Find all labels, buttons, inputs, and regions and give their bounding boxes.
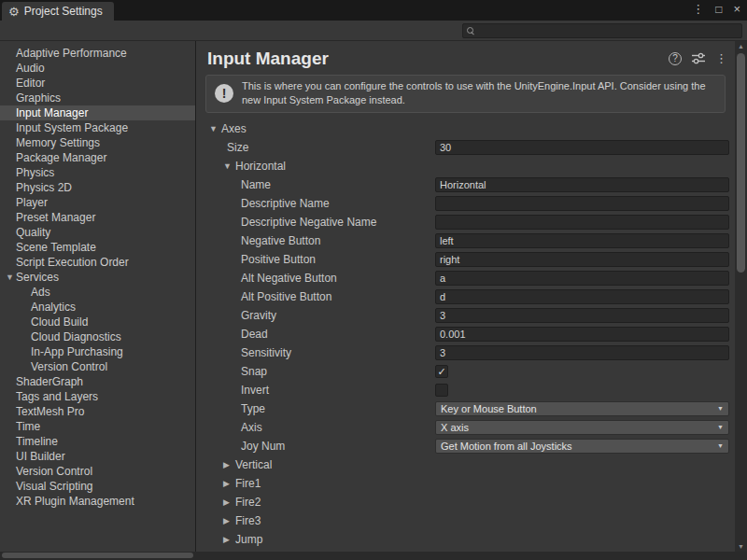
dropdown[interactable]: Key or Mouse Button▼ <box>435 401 729 416</box>
sidebar-item[interactable]: Tags and Layers <box>0 389 195 404</box>
checkbox[interactable]: ✓ <box>435 365 448 378</box>
property-row: ▶Fire2 <box>209 493 735 511</box>
foldout-closed-icon[interactable]: ▶ <box>223 479 235 488</box>
property-label: Name <box>209 178 435 191</box>
sidebar-item[interactable]: Version Control <box>0 359 195 374</box>
close-icon[interactable]: × <box>733 3 740 16</box>
sidebar-item-label: Player <box>16 196 48 209</box>
foldout-open-icon[interactable]: ▼ <box>4 273 16 282</box>
search-input[interactable] <box>478 25 738 36</box>
sidebar-item[interactable]: TextMesh Pro <box>0 404 195 419</box>
sidebar-item[interactable]: UI Builder <box>0 449 195 464</box>
sidebar-item[interactable]: Audio <box>0 61 195 76</box>
property-field <box>435 327 729 342</box>
sidebar-item[interactable]: Cloud Diagnostics <box>0 329 195 344</box>
sidebar-item[interactable]: ▼Services <box>0 270 195 285</box>
foldout-closed-icon[interactable]: ▶ <box>223 460 235 469</box>
dropdown-value: Get Motion from all Joysticks <box>441 441 572 452</box>
property-label: Alt Positive Button <box>209 290 435 303</box>
sidebar-item[interactable]: Cloud Build <box>0 315 195 329</box>
sidebar-item[interactable]: Physics 2D <box>0 180 195 195</box>
horizontal-scrollbar[interactable] <box>0 552 747 560</box>
text-field[interactable] <box>435 327 729 342</box>
sidebar-item[interactable]: Time <box>0 419 195 434</box>
sidebar-item[interactable]: Version Control <box>0 464 195 479</box>
window-menu-icon[interactable]: ⋮ <box>692 3 704 16</box>
foldout-open-icon[interactable]: ▼ <box>223 161 235 171</box>
sidebar-item[interactable]: XR Plugin Management <box>0 494 195 509</box>
sidebar-item-label: Time <box>16 420 40 433</box>
checkbox[interactable] <box>435 384 448 397</box>
sidebar-item[interactable]: Player <box>0 195 195 210</box>
text-field[interactable] <box>435 215 729 230</box>
property-label-text: Sensitivity <box>241 346 291 359</box>
scroll-down-icon[interactable]: ▼ <box>735 543 747 550</box>
dropdown[interactable]: Get Motion from all Joysticks▼ <box>435 439 729 454</box>
maximize-icon[interactable]: □ <box>715 3 722 16</box>
sidebar-item[interactable]: Memory Settings <box>0 135 195 150</box>
property-label: Gravity <box>209 309 435 322</box>
help-icon[interactable]: ? <box>669 52 682 65</box>
property-row: Size <box>209 138 735 157</box>
sidebar-item[interactable]: Timeline <box>0 434 195 449</box>
sidebar-item-label: Memory Settings <box>16 136 100 149</box>
property-row: Snap✓ <box>209 362 735 381</box>
text-field[interactable] <box>435 233 729 248</box>
property-field <box>435 177 729 192</box>
panel-menu-icon[interactable]: ⋮ <box>715 51 727 65</box>
vertical-scrollbar[interactable]: ▲ ▼ <box>735 41 747 552</box>
foldout-closed-icon[interactable]: ▶ <box>223 535 235 544</box>
property-row: Descriptive Negative Name <box>209 213 735 231</box>
text-field[interactable] <box>435 252 729 267</box>
property-row: ▶Vertical <box>209 455 735 474</box>
sidebar-item[interactable]: Editor <box>0 76 195 91</box>
foldout-closed-icon[interactable]: ▶ <box>223 497 235 507</box>
presets-icon[interactable] <box>692 52 705 64</box>
sidebar-item[interactable]: Visual Scripting <box>0 479 195 494</box>
sidebar-item[interactable]: Input Manager <box>0 105 195 120</box>
text-field[interactable] <box>435 196 729 211</box>
property-label-text: Invert <box>241 384 269 397</box>
horizontal-scrollbar-thumb[interactable] <box>2 553 193 558</box>
sidebar-item[interactable]: ShaderGraph <box>0 374 195 389</box>
scroll-up-icon[interactable]: ▲ <box>735 43 747 49</box>
text-field[interactable] <box>435 308 729 323</box>
sidebar-item[interactable]: Graphics <box>0 91 195 105</box>
dropdown[interactable]: X axis▼ <box>435 420 729 435</box>
property-row: Alt Negative Button <box>209 269 735 287</box>
vertical-scrollbar-thumb[interactable] <box>737 53 745 273</box>
property-label-text: Fire3 <box>235 514 261 527</box>
sidebar-item[interactable]: Quality <box>0 225 195 240</box>
tab-project-settings[interactable]: ⚙ Project Settings <box>2 2 114 21</box>
sidebar-item[interactable]: Ads <box>0 285 195 300</box>
sidebar-item[interactable]: In-App Purchasing <box>0 344 195 359</box>
sidebar-item-label: Audio <box>16 62 45 75</box>
text-field[interactable] <box>435 140 729 155</box>
sidebar-item-label: Preset Manager <box>16 211 95 224</box>
search-box[interactable] <box>462 23 742 38</box>
sidebar-item[interactable]: Package Manager <box>0 150 195 165</box>
text-field[interactable] <box>435 271 729 286</box>
sidebar-item[interactable]: Input System Package <box>0 120 195 135</box>
property-label: ▶Fire2 <box>209 496 435 509</box>
sidebar-list: Adaptive PerformanceAudioEditorGraphicsI… <box>0 46 195 509</box>
sidebar-item[interactable]: Analytics <box>0 300 195 315</box>
sidebar-item[interactable]: Adaptive Performance <box>0 46 195 61</box>
property-field <box>435 384 729 397</box>
text-field[interactable] <box>435 289 729 304</box>
foldout-closed-icon[interactable]: ▶ <box>223 516 235 525</box>
property-label-text: Name <box>241 178 271 191</box>
property-label: ▶Fire1 <box>209 477 435 490</box>
panel-header: Input Manager ? ⋮ <box>196 41 735 73</box>
sidebar-item[interactable]: Preset Manager <box>0 210 195 225</box>
sidebar-item[interactable]: Scene Template <box>0 240 195 255</box>
foldout-open-icon[interactable]: ▼ <box>209 124 221 133</box>
sidebar-item-label: Tags and Layers <box>16 390 98 403</box>
sidebar-item[interactable]: Physics <box>0 165 195 180</box>
sidebar-item[interactable]: Script Execution Order <box>0 255 195 270</box>
sidebar-item-label: Input Manager <box>16 106 88 119</box>
tab-title: Project Settings <box>24 5 103 18</box>
text-field[interactable] <box>435 345 729 360</box>
text-field[interactable] <box>435 177 729 192</box>
sidebar-item-label: Physics 2D <box>16 181 72 194</box>
